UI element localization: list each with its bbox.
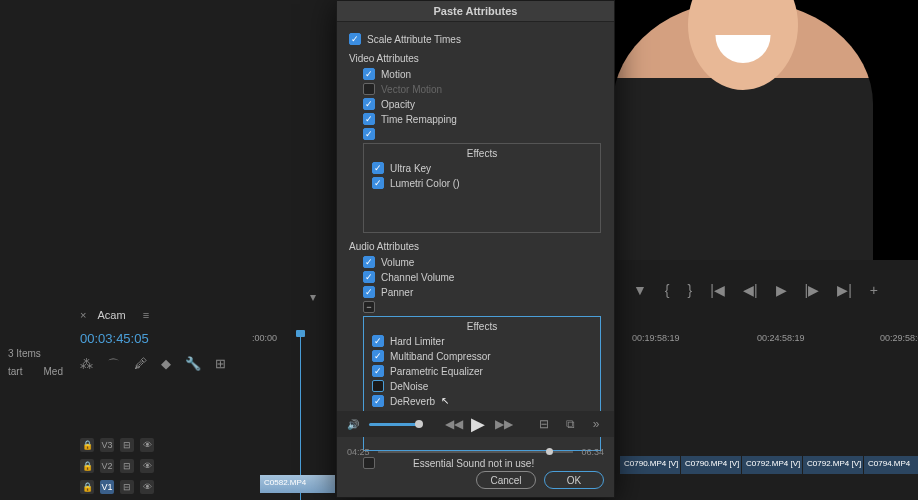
video-effects-box: Effects ✓ Ultra Key ✓ Lumetri Color () [363,143,601,233]
program-monitor [568,0,918,260]
plus-icon[interactable]: + [870,282,878,298]
vector-motion-label: Vector Motion [381,84,442,95]
overlay-player-controls: 🔊 ◀◀ ▶ ▶▶ ⊟ ⧉ » [337,411,614,437]
clip[interactable]: C0790.MP4 [V] [681,456,741,474]
video-effects-group-checkbox[interactable]: ✓ [363,128,375,140]
step-forward-icon[interactable]: |▶ [805,282,820,298]
effect-label: Lumetri Color () [390,178,459,189]
volume-icon[interactable]: 🔊 [347,419,359,430]
ruler-mark: 00:19:58:19 [632,333,680,343]
step-back-icon[interactable]: ◀| [743,282,758,298]
clip[interactable]: C0792.MP4 [V] [742,456,802,474]
ruler-mark: 00:24:58:19 [757,333,805,343]
filter-icon[interactable]: ▾ [310,290,316,304]
track-sync[interactable]: ⊟ [120,459,134,473]
track-lock[interactable]: 🔒 [80,480,94,494]
timecode-display[interactable]: 00:03:45:05 [80,331,226,346]
rewind-icon[interactable]: ◀◀ [445,417,461,431]
wrench-icon[interactable]: 🔧 [185,356,201,374]
audio-effects-group-checkbox[interactable]: − [363,301,375,313]
close-panel-icon[interactable]: × [80,309,86,321]
bracket-in-icon[interactable]: { [665,282,670,298]
overlay-time-row: 04:25 06:34 [337,447,614,457]
project-col-med: Med [44,366,63,377]
go-to-out-icon[interactable]: ▶| [837,282,852,298]
pip-icon[interactable]: ⧉ [562,417,578,431]
ruler-mark: 00:29:58:04 [880,333,918,343]
add-marker-icon[interactable]: ▼ [633,282,647,298]
dialog-title: Paste Attributes [337,1,614,22]
effect-label: Hard Limiter [390,336,444,347]
track-sync[interactable]: ⊟ [120,438,134,452]
effect-checkbox[interactable] [372,380,384,392]
timeline-panel-header: × Acam ≡ 00:03:45:05 ⁂ ⌒ 🖉 ◆ 🔧 ⊞ [80,305,226,374]
track-target[interactable]: V1 [100,480,114,494]
effect-checkbox[interactable]: ✓ [372,395,384,407]
motion-label: Motion [381,69,411,80]
effect-label: Parametric Equalizer [390,366,483,377]
volume-label: Volume [381,257,414,268]
effects-header: Effects [364,148,600,159]
panel-menu-icon[interactable]: ≡ [143,309,149,321]
face [688,0,798,90]
effect-checkbox[interactable]: ✓ [372,350,384,362]
ok-button[interactable]: OK [544,471,604,489]
bracket-out-icon[interactable]: } [688,282,693,298]
scrub-bar[interactable] [378,451,574,453]
clip[interactable]: C0794.MP4 [864,456,918,474]
track-visibility[interactable]: 👁 [140,459,154,473]
tag-icon[interactable]: ◆ [161,356,171,374]
audio-attributes-label: Audio Attributes [349,241,602,252]
effect-label: Ultra Key [390,163,431,174]
track-visibility[interactable]: 👁 [140,438,154,452]
link-icon[interactable]: ⌒ [107,356,120,374]
essential-sound-checkbox[interactable] [363,457,375,469]
cc-icon[interactable]: ⊟ [536,417,552,431]
track-lock[interactable]: 🔒 [80,459,94,473]
play-big-icon[interactable]: ▶ [471,413,485,435]
play-icon[interactable]: ▶ [776,282,787,298]
timeline-clip-selected: C0582.MP4 [260,475,335,493]
project-col-tart: tart [8,366,22,377]
project-items-count: 3 Items [8,348,72,359]
effect-checkbox[interactable]: ✓ [372,162,384,174]
video-attributes-label: Video Attributes [349,53,602,64]
timeline-tools: ⁂ ⌒ 🖉 ◆ 🔧 ⊞ [80,356,226,374]
marker-tool-icon[interactable]: 🖉 [134,356,147,374]
track-target[interactable]: V2 [100,459,114,473]
effect-checkbox[interactable]: ✓ [372,365,384,377]
volume-slider[interactable] [369,423,419,426]
settings-icon[interactable]: ⊞ [215,356,226,374]
track-sync[interactable]: ⊟ [120,480,134,494]
video-frame-person [613,0,873,260]
clip-selected[interactable]: C0582.MP4 [260,475,335,493]
program-transport-controls: ▼ { } |◀ ◀| ▶ |▶ ▶| + [618,275,918,305]
expand-icon[interactable]: » [588,417,604,431]
go-to-in-icon[interactable]: |◀ [710,282,725,298]
clip[interactable]: C0790.MP4 [V] [620,456,680,474]
time-remapping-checkbox[interactable]: ✓ [363,113,375,125]
project-panel: 3 Items tart Med [0,340,80,390]
panner-label: Panner [381,287,413,298]
cancel-button[interactable]: Cancel [476,471,536,489]
track-target[interactable]: V3 [100,438,114,452]
channel-volume-label: Channel Volume [381,272,454,283]
effect-checkbox[interactable]: ✓ [372,335,384,347]
volume-checkbox[interactable]: ✓ [363,256,375,268]
opacity-checkbox[interactable]: ✓ [363,98,375,110]
scale-times-checkbox[interactable]: ✓ [349,33,361,45]
track-visibility[interactable]: 👁 [140,480,154,494]
effect-label: DeNoise [390,381,428,392]
motion-checkbox[interactable]: ✓ [363,68,375,80]
clip[interactable]: C0792.MP4 [V] [803,456,863,474]
cursor-icon: ↖ [441,395,453,407]
effect-checkbox[interactable]: ✓ [372,177,384,189]
sequence-name[interactable]: Acam [90,305,134,325]
snap-icon[interactable]: ⁂ [80,356,93,374]
effect-label: DeReverb [390,396,435,407]
effect-label: Multiband Compressor [390,351,491,362]
channel-volume-checkbox[interactable]: ✓ [363,271,375,283]
forward-icon[interactable]: ▶▶ [495,417,511,431]
panner-checkbox[interactable]: ✓ [363,286,375,298]
track-lock[interactable]: 🔒 [80,438,94,452]
